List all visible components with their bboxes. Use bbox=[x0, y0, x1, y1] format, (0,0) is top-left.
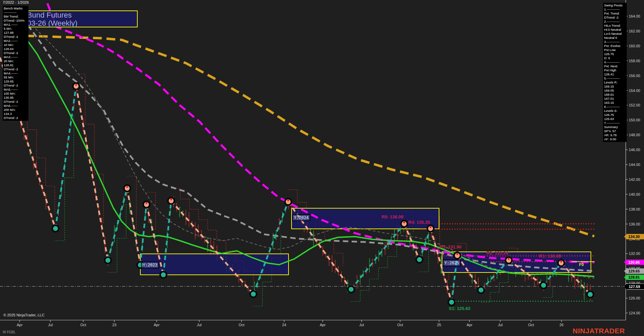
resistance-level-label[interactable]: R1: 130.69 bbox=[539, 254, 561, 259]
bench-marks-line: 128.81 bbox=[4, 63, 27, 67]
swing-pivots-line: 169.15 bbox=[604, 85, 626, 89]
year-box-label[interactable]: Y:2023 bbox=[141, 262, 159, 268]
swing-high-marker[interactable] bbox=[401, 221, 408, 227]
time-axis-label: Oct bbox=[528, 323, 534, 327]
time-axis-label: 24 bbox=[282, 323, 286, 327]
price-axis-label: 126.00 bbox=[629, 296, 640, 300]
time-axis-label: Jul bbox=[498, 323, 503, 327]
swing-low-marker[interactable] bbox=[348, 286, 354, 293]
swing-high-marker[interactable] bbox=[124, 185, 131, 192]
year-box-label[interactable]: Y:2024 bbox=[292, 214, 310, 221]
swing-low-marker[interactable] bbox=[478, 287, 484, 293]
swing-pivots-line: Lo:0 Neutral bbox=[604, 32, 626, 36]
bench-marks-line: BM Trend: bbox=[4, 15, 27, 19]
bench-marks-line: 134.3 bbox=[4, 112, 27, 116]
swing-high-marker[interactable] bbox=[285, 199, 292, 205]
swing-pivots-line: Swing Pivots bbox=[604, 3, 626, 7]
swing-high-dot-icon bbox=[456, 253, 458, 255]
price-axis-label: 164.00 bbox=[629, 14, 640, 18]
swing-high-dot-icon bbox=[145, 202, 147, 204]
swing-pivots-line: 126.75 bbox=[604, 52, 626, 56]
swing-pivots-line: Pvt High bbox=[604, 68, 626, 72]
swing-pivots-line: Neutral 0 bbox=[604, 36, 626, 40]
swing-pivots-line: 7.------------ bbox=[604, 121, 626, 125]
year-box-label[interactable]: Y:2025 bbox=[443, 260, 461, 266]
swing-low-marker[interactable] bbox=[416, 257, 423, 263]
swing-pivots-line: 169.05 bbox=[604, 89, 626, 93]
swing-low-marker[interactable] bbox=[105, 257, 111, 264]
swing-low-dot-icon bbox=[162, 275, 164, 277]
swing-high-dot-icon bbox=[430, 226, 431, 228]
swing-low-marker[interactable] bbox=[448, 299, 455, 306]
swing-pivots-line: 5.------------ bbox=[604, 76, 626, 80]
bench-marks-line: DTrend -2 bbox=[4, 116, 27, 120]
price-axis-label: 150.00 bbox=[629, 118, 640, 122]
resistance-level-label[interactable]: R2: 131.24 bbox=[486, 250, 508, 256]
price-axis-label: 142.00 bbox=[629, 177, 640, 182]
price-axis-label: 124.00 bbox=[629, 311, 640, 315]
swing-low-marker[interactable] bbox=[160, 272, 167, 278]
bench-marks-line: DTrend -104% bbox=[4, 19, 27, 23]
time-axis-label: 25 bbox=[437, 323, 441, 327]
swing-high-marker[interactable] bbox=[428, 225, 434, 232]
price-axis-label: 156.00 bbox=[629, 74, 640, 78]
bench-marks-line: MA4.------ bbox=[4, 71, 27, 75]
swing-high-marker[interactable] bbox=[558, 260, 565, 266]
price-axis-label: 148.00 bbox=[629, 133, 640, 137]
swing-low-marker[interactable] bbox=[587, 291, 594, 298]
bench-marks-line: Bench Marks bbox=[4, 6, 27, 10]
swing-low-marker[interactable] bbox=[250, 291, 257, 297]
swing-low-dot-icon bbox=[107, 261, 109, 262]
bench-marks-line: DTrend -2 bbox=[4, 67, 27, 71]
swing-pivots-line: 163.15 bbox=[604, 101, 626, 105]
price-flag: 128.81 bbox=[624, 274, 644, 280]
chart-canvas[interactable] bbox=[0, 0, 644, 336]
swing-high-marker[interactable] bbox=[143, 201, 150, 208]
bench-marks-line: 127.88 bbox=[4, 31, 27, 35]
swing-high-marker[interactable] bbox=[506, 257, 512, 264]
price-axis-label: 154.00 bbox=[629, 89, 640, 93]
price-flag: 134.30 bbox=[624, 234, 644, 239]
swing-high-marker[interactable] bbox=[454, 253, 461, 259]
resistance-level-label[interactable]: R4: 135.35 bbox=[408, 220, 430, 225]
chart-title: Bund Futures 03-26 (Weekly) bbox=[27, 11, 77, 27]
year-range-box[interactable] bbox=[292, 208, 439, 229]
support-level-label[interactable]: S1: 125.63 bbox=[449, 306, 470, 311]
swing-high-dot-icon bbox=[403, 221, 405, 223]
swing-low-dot-icon bbox=[350, 290, 352, 291]
resistance-level-label[interactable]: R5: 136.09 bbox=[382, 214, 403, 219]
resistance-level-label[interactable]: R3: 131.90 bbox=[440, 244, 461, 249]
swing-pivots-panel: Swing Pivots1.------------Pvt. Trend:DTr… bbox=[603, 3, 627, 142]
year-range-box[interactable] bbox=[442, 252, 591, 272]
swing-high-dot-icon bbox=[508, 258, 509, 260]
swing-low-marker[interactable] bbox=[540, 282, 547, 289]
time-axis-label: Oct bbox=[397, 323, 403, 327]
price-axis-label: 158.00 bbox=[629, 59, 640, 63]
swing-pivots-line: SP's: 57 bbox=[604, 129, 626, 133]
bench-marks-line: 100 MA: bbox=[4, 92, 27, 96]
bench-marks-line: MA5.------ bbox=[4, 88, 27, 92]
price-axis-label: 152.00 bbox=[629, 103, 640, 107]
time-axis-label: Jul bbox=[197, 323, 202, 327]
bench-marks-line: MA1.------ bbox=[4, 23, 27, 27]
swing-high-dot-icon bbox=[75, 84, 77, 86]
swing-pivots-line: 126.75 bbox=[604, 113, 626, 117]
swing-pivots-line: 128.41 bbox=[604, 72, 626, 76]
price-axis-label: 138.00 bbox=[629, 207, 640, 211]
swing-low-dot-icon bbox=[480, 290, 482, 292]
swing-pivots-line: Pvt. Trend: bbox=[604, 11, 626, 16]
bench-marks-line: DTrend -2 bbox=[4, 83, 27, 88]
fib-f0-label[interactable]: F0 bbox=[579, 262, 584, 267]
swing-high-marker[interactable] bbox=[168, 198, 175, 204]
swing-high-marker[interactable] bbox=[73, 83, 79, 90]
time-axis-label: 23 bbox=[112, 323, 116, 327]
swing-high-dot-icon bbox=[170, 198, 172, 200]
swing-low-marker[interactable] bbox=[52, 225, 59, 232]
bench-marks-line: 5 MA: bbox=[4, 27, 27, 31]
bench-marks-line: 10 MA: bbox=[4, 43, 27, 47]
price-axis-label: 132.00 bbox=[629, 251, 640, 256]
swing-pivots-line: Pvt. Evolve: bbox=[604, 44, 626, 48]
price-axis-label: 146.00 bbox=[629, 148, 640, 152]
price-flag: 130.85 bbox=[624, 260, 644, 265]
swing-pivots-line: 2.------------ bbox=[604, 20, 626, 24]
